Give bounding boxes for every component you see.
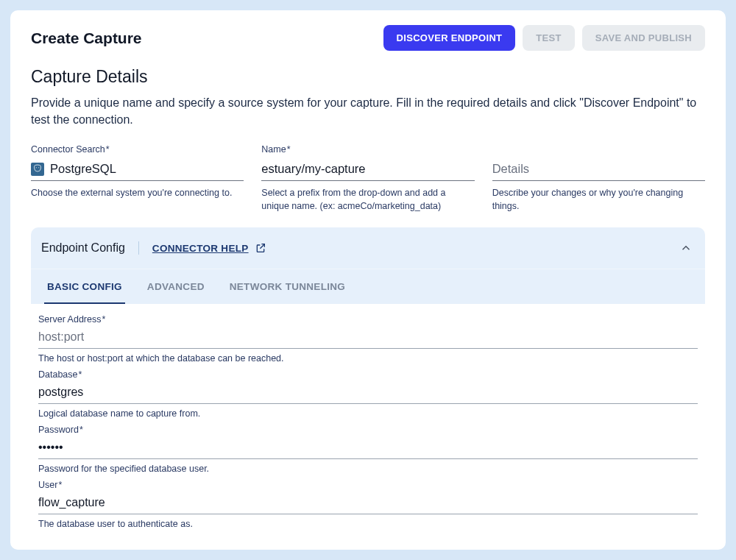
connector-column: Connector Search PostgreSQL Choose the e…	[31, 144, 244, 213]
top-row: Create Capture DISCOVER ENDPOINT TEST SA…	[31, 25, 705, 51]
user-field: User The database user to authenticate a…	[38, 480, 698, 529]
save-and-publish-button[interactable]: SAVE AND PUBLISH	[582, 25, 705, 51]
tab-advanced[interactable]: ADVANCED	[144, 269, 208, 304]
endpoint-config-panel: Endpoint Config CONNECTOR HELP BASIC CON…	[31, 227, 705, 542]
database-input[interactable]	[38, 383, 698, 404]
section-title: Capture Details	[31, 67, 705, 87]
database-help: Logical database name to capture from.	[38, 408, 698, 419]
svg-point-1	[38, 167, 39, 168]
section-description: Provide a unique name and specify a sour…	[31, 94, 705, 128]
connector-help-text: Choose the external system you're connec…	[31, 187, 244, 200]
password-help: Password for the specified database user…	[38, 464, 698, 474]
server-address-label: Server Address	[38, 314, 698, 325]
collapse-toggle[interactable]	[679, 241, 693, 255]
postgresql-icon	[31, 163, 44, 176]
test-button[interactable]: TEST	[523, 25, 574, 51]
name-label: Name	[261, 144, 474, 155]
server-address-help: The host or host:port at which the datab…	[38, 353, 698, 364]
user-label: User	[38, 480, 698, 490]
password-field: Password Password for the specified data…	[38, 425, 698, 474]
connector-label: Connector Search	[31, 144, 244, 155]
panel-title: Endpoint Config	[41, 241, 139, 255]
password-label: Password	[38, 425, 698, 435]
basic-config-form: Server Address The host or host:port at …	[31, 304, 705, 542]
discover-endpoint-button[interactable]: DISCOVER ENDPOINT	[383, 25, 516, 51]
database-label: Database	[38, 369, 698, 380]
page-title: Create Capture	[31, 29, 142, 47]
details-grid: Connector Search PostgreSQL Choose the e…	[31, 144, 705, 213]
password-input[interactable]	[38, 438, 698, 459]
name-help-text: Select a prefix from the drop-down and a…	[261, 187, 474, 213]
config-tabs: BASIC CONFIG ADVANCED NETWORK TUNNELING	[31, 269, 705, 304]
details-placeholder: Details	[492, 162, 529, 176]
tab-basic-config[interactable]: BASIC CONFIG	[44, 269, 125, 304]
connector-help-label: CONNECTOR HELP	[152, 243, 249, 254]
server-address-field: Server Address The host or host:port at …	[38, 314, 698, 364]
svg-point-0	[36, 167, 37, 168]
header-buttons: DISCOVER ENDPOINT TEST SAVE AND PUBLISH	[383, 25, 705, 51]
details-column: . Details Describe your changes or why y…	[492, 144, 705, 213]
database-field: Database Logical database name to captur…	[38, 369, 698, 419]
user-input[interactable]	[38, 493, 698, 514]
panel-header: Endpoint Config CONNECTOR HELP	[31, 227, 705, 269]
create-capture-card: Create Capture DISCOVER ENDPOINT TEST SA…	[10, 10, 726, 550]
connector-select[interactable]: PostgreSQL	[31, 159, 244, 181]
name-column: Name estuary/my-capture Select a prefix …	[261, 144, 474, 213]
details-input-row[interactable]: Details	[492, 159, 705, 181]
external-link-icon	[255, 242, 266, 254]
name-input-row[interactable]: estuary/my-capture	[261, 159, 474, 181]
name-value: estuary/my-capture	[261, 162, 365, 176]
server-address-input[interactable]	[38, 327, 698, 349]
details-help-text: Describe your changes or why you're chan…	[492, 187, 705, 213]
tab-network-tunneling[interactable]: NETWORK TUNNELING	[227, 269, 348, 304]
connector-value: PostgreSQL	[50, 162, 116, 176]
connector-help-link[interactable]: CONNECTOR HELP	[152, 242, 266, 254]
user-help: The database user to authenticate as.	[38, 519, 698, 529]
